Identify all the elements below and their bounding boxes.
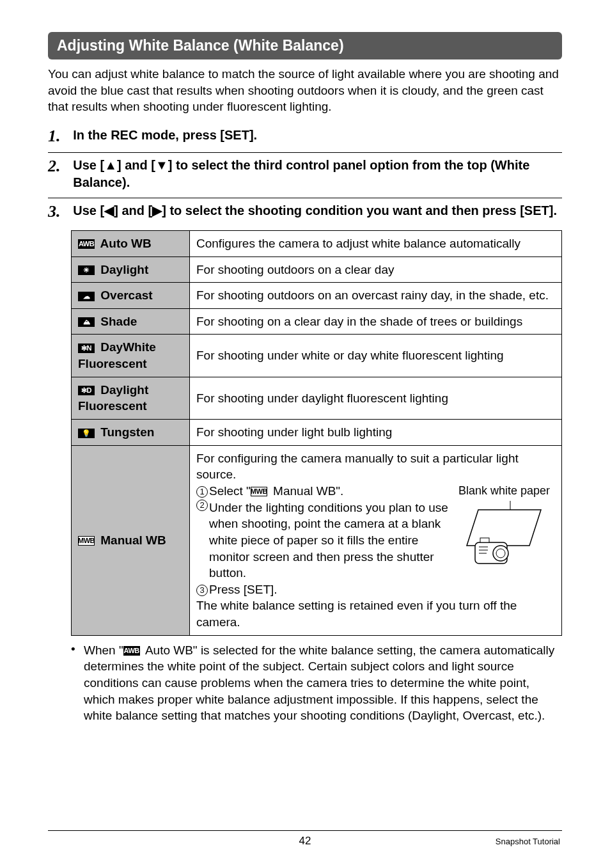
- step-number: 3.: [48, 202, 70, 221]
- step-separator: [48, 152, 562, 153]
- daylight-fluorescent-icon: ✻D: [78, 386, 95, 395]
- wb-desc: For shooting outdoors on a clear day: [190, 256, 562, 283]
- table-row: 💡 Tungsten For shooting under light bulb…: [72, 420, 562, 446]
- wb-desc: For shooting outdoors on an overcast rai…: [190, 283, 562, 309]
- table-row: ⛰ Shade For shooting on a clear day in t…: [72, 308, 562, 335]
- manual-wb-icon: MWB: [251, 487, 267, 496]
- manual-wb-icon: MWB: [78, 536, 95, 546]
- wb-label-cell: AWB Auto WB: [72, 230, 190, 256]
- step-2: 2. Use [▲] and [▼] to select the third c…: [48, 157, 562, 191]
- footer-section: Snapshot Tutorial: [496, 837, 560, 846]
- step-1: 1. In the REC mode, press [SET].: [48, 127, 562, 146]
- note-bullet: • When "AWB Auto WB" is selected for the…: [71, 642, 562, 724]
- step-text: Use [◀] and [▶] to select the shooting c…: [73, 202, 561, 219]
- wb-label-cell: ⛰ Shade: [72, 308, 190, 335]
- wb-desc: For shooting under light bulb lighting: [190, 420, 562, 446]
- table-row: ✻N DayWhite Fluorescent For shooting und…: [72, 335, 562, 377]
- circled-2-icon: 2: [196, 500, 208, 511]
- step-text: In the REC mode, press [SET].: [73, 127, 561, 144]
- wb-label-cell: ✻N DayWhite Fluorescent: [72, 335, 190, 377]
- note-text: When "AWB Auto WB" is selected for the w…: [84, 642, 562, 724]
- page-number: 42: [48, 835, 562, 848]
- svg-point-3: [496, 549, 505, 558]
- manual-step-3: 3Press [SET].: [196, 581, 555, 598]
- wb-desc: For shooting on a clear day in the shade…: [190, 308, 562, 335]
- shade-icon: ⛰: [78, 317, 95, 327]
- table-row: ☀ Daylight For shooting outdoors on a cl…: [72, 256, 562, 283]
- wb-label-cell: MWB Manual WB: [72, 445, 190, 635]
- step-3: 3. Use [◀] and [▶] to select the shootin…: [48, 202, 562, 221]
- step-text: Use [▲] and [▼] to select the third cont…: [73, 157, 561, 191]
- wb-manual-desc: For configuring the camera manually to s…: [190, 445, 562, 635]
- camera-paper-illustration: [465, 501, 542, 571]
- wb-label: Daylight: [100, 263, 148, 276]
- wb-desc: For shooting under daylight fluorescent …: [190, 377, 562, 419]
- wb-label-cell: ☁ Overcast: [72, 283, 190, 309]
- daywhite-fluorescent-icon: ✻N: [78, 343, 95, 353]
- table-row: ☁ Overcast For shooting outdoors on an o…: [72, 283, 562, 309]
- manual-line2: The white balance setting is retained ev…: [196, 597, 555, 630]
- page-footer: 42 Snapshot Tutorial: [0, 830, 610, 848]
- step-number: 1.: [48, 127, 70, 146]
- bullet-dot: •: [71, 642, 84, 724]
- awb-icon: AWB: [123, 646, 140, 656]
- section-title-bar: Adjusting White Balance (White Balance): [48, 32, 562, 59]
- wb-label: Manual WB: [100, 533, 166, 547]
- tungsten-icon: 💡: [78, 429, 95, 438]
- wb-desc: For shooting under white or day white fl…: [190, 335, 562, 377]
- overcast-icon: ☁: [78, 292, 95, 301]
- svg-rect-4: [480, 538, 489, 542]
- wb-desc: Configures the camera to adjust white ba…: [190, 230, 562, 256]
- circled-1-icon: 1: [196, 486, 208, 498]
- wb-label: Tungsten: [100, 425, 154, 439]
- daylight-icon: ☀: [78, 265, 95, 275]
- step-number: 2.: [48, 157, 70, 176]
- step-separator: [48, 198, 562, 198]
- table-row: MWB Manual WB For configuring the camera…: [72, 445, 562, 635]
- wb-label-cell: ✻D Daylight Fluorescent: [72, 377, 190, 419]
- table-row: AWB Auto WB Configures the camera to adj…: [72, 230, 562, 256]
- table-row: ✻D Daylight Fluorescent For shooting und…: [72, 377, 562, 419]
- manual-line1: For configuring the camera manually to s…: [196, 450, 555, 483]
- circled-3-icon: 3: [196, 585, 208, 596]
- section-title: Adjusting White Balance (White Balance): [57, 37, 344, 54]
- awb-icon: AWB: [78, 239, 95, 249]
- wb-label: Auto WB: [100, 237, 152, 250]
- wb-label: Shade: [100, 315, 137, 328]
- blank-paper-label: Blank white paper: [458, 483, 550, 498]
- wb-label-cell: 💡 Tungsten: [72, 420, 190, 446]
- intro-paragraph: You can adjust white balance to match th…: [48, 66, 562, 115]
- wb-label: Overcast: [100, 288, 152, 302]
- wb-label-cell: ☀ Daylight: [72, 256, 190, 283]
- footer-rule: [48, 830, 562, 831]
- white-balance-table: AWB Auto WB Configures the camera to adj…: [71, 230, 562, 636]
